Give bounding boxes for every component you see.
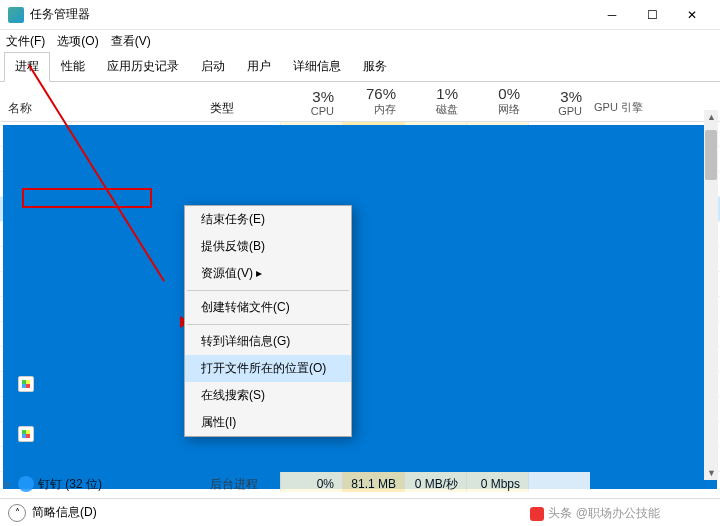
menu-separator: [187, 290, 349, 291]
context-menu-item[interactable]: 转到详细信息(G): [185, 328, 351, 355]
column-headers: 名称 类型 3% CPU 76% 内存 1% 磁盘 0% 网络 3% GPU G…: [0, 82, 720, 122]
tab-performance[interactable]: 性能: [50, 52, 96, 81]
tab-app-history[interactable]: 应用历史记录: [96, 52, 190, 81]
process-row[interactable]: >钉钉 (32 位)后台进程0%81.1 MB0 MB/秒0 Mbps: [0, 472, 720, 492]
col-disk[interactable]: 1% 磁盘: [404, 85, 466, 117]
minimize-button[interactable]: ─: [592, 1, 632, 29]
watermark: 头条 @职场办公技能: [530, 505, 660, 522]
col-name[interactable]: 名称: [0, 100, 210, 117]
tab-details[interactable]: 详细信息: [282, 52, 352, 81]
expand-toggle-icon[interactable]: >: [0, 479, 14, 490]
process-icon: [18, 476, 34, 492]
cell-disk: 0 MB/秒: [404, 472, 466, 492]
scroll-down-icon[interactable]: ▼: [707, 468, 716, 478]
col-gpu[interactable]: 3% GPU: [528, 88, 590, 117]
tab-strip: 进程 性能 应用历史记录 启动 用户 详细信息 服务: [0, 52, 720, 82]
col-memory[interactable]: 76% 内存: [342, 85, 404, 117]
cell-memory: 81.1 MB: [342, 472, 404, 492]
context-menu-item[interactable]: 属性(I): [185, 409, 351, 436]
tab-startup[interactable]: 启动: [190, 52, 236, 81]
col-cpu[interactable]: 3% CPU: [280, 88, 342, 117]
fewer-details-button[interactable]: ˄ 简略信息(D): [8, 504, 97, 522]
menu-separator: [187, 324, 349, 325]
context-menu-item[interactable]: 提供反馈(B): [185, 233, 351, 260]
tab-processes[interactable]: 进程: [4, 52, 50, 82]
col-network[interactable]: 0% 网络: [466, 85, 528, 117]
menu-file[interactable]: 文件(F): [6, 33, 45, 50]
process-list: >Windows 驱动程序基础 - 用户...后台进程0%0.1 MB0 MB/…: [0, 122, 720, 492]
tab-users[interactable]: 用户: [236, 52, 282, 81]
menu-options[interactable]: 选项(O): [57, 33, 98, 50]
vertical-scrollbar[interactable]: ▲ ▼: [704, 110, 718, 480]
context-menu-item[interactable]: 结束任务(E): [185, 206, 351, 233]
process-name: 钉钉 (32 位): [38, 476, 210, 493]
process-icon: [18, 351, 34, 367]
scroll-up-icon[interactable]: ▲: [707, 112, 716, 122]
context-menu-item[interactable]: 资源值(V) ▸: [185, 260, 351, 287]
process-icon: [18, 426, 34, 442]
cell-network: 0 Mbps: [466, 472, 528, 492]
process-row[interactable]: >Microsoft Windows Sea后台进程0%14.2 MB0 MB/…: [0, 347, 720, 372]
process-icon: [18, 376, 34, 392]
process-type: 后台进程: [210, 476, 280, 493]
cell-gpu: [528, 472, 590, 492]
maximize-button[interactable]: ☐: [632, 1, 672, 29]
context-menu-item[interactable]: 创建转储文件(C): [185, 294, 351, 321]
menu-view[interactable]: 查看(V): [111, 33, 151, 50]
menu-bar: 文件(F) 选项(O) 查看(V): [0, 30, 720, 52]
context-menu-item[interactable]: 打开文件所在的位置(O): [185, 355, 351, 382]
scrollbar-thumb[interactable]: [705, 130, 717, 180]
col-gpu-engine[interactable]: GPU 引擎: [590, 100, 650, 117]
title-bar: 任务管理器 ─ ☐ ✕: [0, 0, 720, 30]
chevron-up-icon: ˄: [8, 504, 26, 522]
tab-services[interactable]: 服务: [352, 52, 398, 81]
context-menu-item[interactable]: 在线搜索(S): [185, 382, 351, 409]
col-type[interactable]: 类型: [210, 100, 280, 117]
cell-cpu: 0%: [280, 472, 342, 492]
app-icon: [8, 7, 24, 23]
window-title: 任务管理器: [30, 6, 592, 23]
context-menu: 结束任务(E)提供反馈(B)资源值(V) ▸创建转储文件(C)转到详细信息(G)…: [184, 205, 352, 437]
watermark-icon: [530, 507, 544, 521]
close-button[interactable]: ✕: [672, 1, 712, 29]
